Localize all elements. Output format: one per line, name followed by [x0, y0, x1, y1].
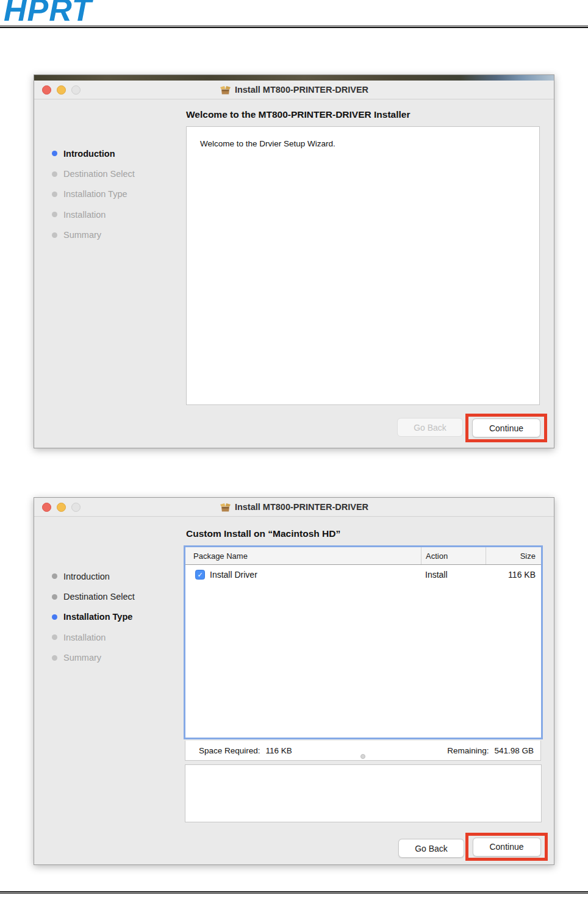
step-dot-icon	[52, 634, 57, 640]
hprt-logo: HPRT	[4, 0, 92, 28]
install-steps-sidebar: Introduction Destination Select Installa…	[52, 566, 135, 668]
step-summary: Summary	[52, 648, 135, 668]
titlebar[interactable]: Install MT800-PRINTER-DRIVER	[34, 498, 554, 517]
step-dot-icon	[52, 232, 57, 238]
step-destination-select: Destination Select	[52, 586, 135, 606]
package-action: Install	[421, 565, 486, 584]
welcome-message: Welcome to the Drvier Setup Wizard.	[187, 127, 539, 160]
close-button[interactable]	[42, 503, 51, 512]
remaining-label: Remaining:	[447, 746, 489, 755]
installer-window-introduction: Install MT800-PRINTER-DRIVER Welcome to …	[34, 74, 554, 448]
pane-heading: Custom Install on “Macintosh HD”	[186, 528, 340, 539]
step-dot-icon	[52, 192, 57, 197]
remaining-value: 541.98 GB	[494, 746, 534, 755]
go-back-button: Go Back	[397, 418, 463, 437]
step-dot-icon	[52, 655, 57, 661]
footer-divider	[0, 891, 588, 894]
description-panel	[185, 764, 542, 822]
step-installation-type: Installation Type	[52, 184, 135, 204]
desktop-wallpaper-sliver	[34, 75, 554, 81]
installer-package-icon	[220, 502, 231, 512]
table-row-install-driver[interactable]: ✓ Install Driver Install 116 KB	[185, 565, 541, 584]
step-introduction: Introduction	[52, 566, 135, 586]
step-dot-icon	[52, 212, 57, 217]
traffic-lights	[42, 503, 81, 512]
step-dot-icon	[52, 171, 57, 177]
traffic-lights	[42, 85, 81, 95]
step-installation: Installation	[52, 627, 135, 647]
header-divider	[0, 26, 588, 28]
package-size: 116 KB	[486, 565, 541, 584]
install-steps-sidebar: Introduction Destination Select Installa…	[52, 143, 135, 245]
step-dot-icon	[52, 573, 57, 579]
go-back-button[interactable]: Go Back	[398, 839, 464, 858]
close-button[interactable]	[42, 85, 51, 95]
step-dot-icon	[52, 594, 57, 600]
installer-package-icon	[220, 85, 231, 95]
column-header-size[interactable]: Size	[486, 547, 541, 564]
continue-button[interactable]: Continue	[472, 418, 540, 437]
welcome-message-panel: Welcome to the Drvier Setup Wizard.	[186, 126, 540, 405]
space-required-value: 116 KB	[266, 746, 292, 755]
installer-window-installation-type: Install MT800-PRINTER-DRIVER Custom Inst…	[34, 497, 554, 865]
annotation-highlight-box: Continue	[465, 833, 548, 861]
splitter-handle-icon[interactable]	[360, 754, 365, 759]
step-summary: Summary	[52, 225, 135, 245]
space-required-label: Space Required:	[199, 746, 260, 755]
package-checkbox-checked[interactable]: ✓	[195, 570, 205, 580]
window-title: Install MT800-PRINTER-DRIVER	[235, 85, 368, 95]
zoom-button	[71, 503, 81, 512]
step-destination-select: Destination Select	[52, 163, 135, 184]
continue-button[interactable]: Continue	[473, 838, 541, 857]
column-header-action[interactable]: Action	[421, 547, 486, 564]
zoom-button	[71, 85, 81, 95]
minimize-button[interactable]	[57, 85, 66, 95]
package-name: Install Driver	[210, 570, 257, 580]
step-installation-type: Installation Type	[52, 607, 135, 627]
step-dot-icon	[52, 614, 57, 620]
minimize-button[interactable]	[57, 503, 66, 512]
window-title: Install MT800-PRINTER-DRIVER	[235, 502, 368, 512]
package-table: Package Name Action Size ✓ Install Drive…	[184, 545, 543, 739]
annotation-highlight-box: Continue	[465, 414, 547, 442]
step-installation: Installation	[52, 204, 135, 224]
pane-heading: Welcome to the MT800-PRINTER-DRIVER Inst…	[186, 109, 410, 120]
table-header-row: Package Name Action Size	[185, 547, 541, 565]
step-introduction: Introduction	[52, 143, 135, 163]
titlebar[interactable]: Install MT800-PRINTER-DRIVER	[34, 81, 554, 99]
column-header-package-name[interactable]: Package Name	[185, 547, 421, 564]
step-dot-icon	[52, 151, 57, 156]
manual-page: HPRT Install MT800-PRINTER-DRIVER Welcom…	[0, 0, 588, 898]
